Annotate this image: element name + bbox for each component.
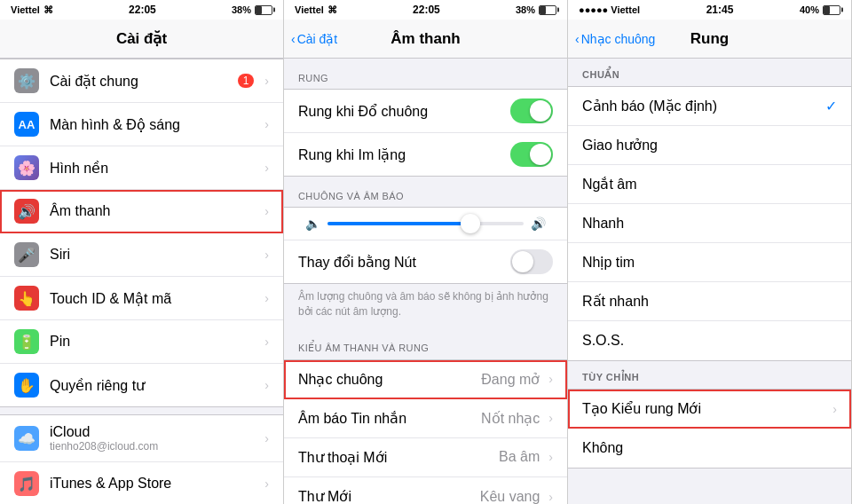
label-sos: S.O.S. xyxy=(582,333,837,349)
nav-bar-1: Cài đặt xyxy=(0,20,283,59)
volume-slider-row[interactable]: 🔈 🔊 xyxy=(284,208,567,240)
label-rung-do: Rung khi Đổ chuông xyxy=(298,103,510,120)
settings-group-rung: Rung khi Đổ chuông Rung khi Im lặng xyxy=(284,89,567,177)
wifi-icon-2: ⌘ xyxy=(327,4,337,16)
label-rung-im: Rung khi Im lặng xyxy=(298,146,510,163)
settings-item-canh-bao[interactable]: Cảnh báo (Mặc định) ✓ xyxy=(568,87,851,126)
nav-bar-3: ‹ Nhạc chuông Rung xyxy=(568,20,851,59)
settings-item-itunes[interactable]: 🎵 iTunes & App Store › xyxy=(0,462,283,504)
settings-item-rung-do[interactable]: Rung khi Đổ chuông xyxy=(284,90,567,133)
wifi-icon-1: ⌘ xyxy=(43,4,53,16)
nav-title-3: Rung xyxy=(690,30,729,48)
chevron-thu-moi: › xyxy=(548,490,553,504)
label-nhanh: Nhanh xyxy=(582,216,837,232)
battery-pct-2: 38% xyxy=(516,4,535,15)
label-cai-dat-chung: Cài đặt chung xyxy=(50,73,238,90)
settings-group-accounts: ☁️ iCloud tienho208@icloud.com › 🎵 iTune… xyxy=(0,414,283,504)
settings-item-siri[interactable]: 🎤 Siri › xyxy=(0,233,283,277)
nav-back-3[interactable]: ‹ Nhạc chuông xyxy=(575,32,655,46)
section-chuan-label: CHUẨN xyxy=(568,59,851,86)
nav-back-2[interactable]: ‹ Cài đặt xyxy=(291,32,337,46)
label-thu-thoai: Thư thoại Mới xyxy=(298,449,499,466)
settings-item-pin[interactable]: 🔋 Pin › xyxy=(0,320,283,364)
label-am-thanh: Âm thanh xyxy=(50,203,261,219)
settings-item-rat-nhanh[interactable]: Rất nhanh xyxy=(568,282,851,321)
settings-item-ngat-am[interactable]: Ngắt âm xyxy=(568,165,851,204)
label-nhip-tim: Nhịp tim xyxy=(582,254,837,271)
settings-group-main: ⚙️ Cài đặt chung 1 › AA Màn hình & Độ sá… xyxy=(0,59,283,407)
toggle-thay-doi[interactable] xyxy=(510,249,553,274)
settings-group-tuy-chinh: Tạo Kiểu rung Mới › Không xyxy=(568,389,851,469)
icon-siri: 🎤 xyxy=(14,242,39,267)
icon-quyen-rieng-tu: ✋ xyxy=(14,373,39,398)
status-right-3: 40% xyxy=(800,4,840,15)
settings-item-thu-thoai[interactable]: Thư thoại Mới Ba âm › xyxy=(284,438,567,477)
time-2: 22:05 xyxy=(413,4,440,16)
carrier-3: ●●●●● Viettel xyxy=(579,4,640,15)
settings-item-quyen-rieng-tu[interactable]: ✋ Quyền riêng tư › xyxy=(0,364,283,406)
label-thay-doi: Thay đổi bằng Nút xyxy=(298,254,510,271)
settings-item-am-thanh[interactable]: 🔊 Âm thanh › xyxy=(0,190,283,233)
settings-item-am-bao[interactable]: Âm báo Tin nhắn Nốt nhạc › xyxy=(284,399,567,438)
back-label-2: Cài đặt xyxy=(297,32,338,46)
settings-item-sos[interactable]: S.O.S. xyxy=(568,321,851,360)
icon-man-hinh: AA xyxy=(14,112,39,137)
settings-item-icloud[interactable]: ☁️ iCloud tienho208@icloud.com › xyxy=(0,415,283,462)
time-3: 21:45 xyxy=(706,4,734,16)
settings-item-man-hinh[interactable]: AA Màn hình & Độ sáng › xyxy=(0,103,283,146)
settings-group-chuan: Cảnh báo (Mặc định) ✓ Giao hưởng Ngắt âm… xyxy=(568,86,851,361)
volume-slider-track[interactable] xyxy=(327,222,524,225)
volume-high-icon: 🔊 xyxy=(531,217,546,231)
chevron-quyen-rieng-tu: › xyxy=(264,378,269,392)
section-rung-header: RUNG xyxy=(284,59,567,89)
settings-item-nhip-tim[interactable]: Nhịp tim xyxy=(568,243,851,282)
toggle-rung-do[interactable] xyxy=(510,98,553,123)
volume-low-icon: 🔈 xyxy=(305,217,320,231)
settings-list-2[interactable]: RUNG Rung khi Đổ chuông Rung khi Im lặng… xyxy=(284,59,567,504)
settings-item-giao-huong[interactable]: Giao hưởng xyxy=(568,126,851,165)
settings-item-khong[interactable]: Không xyxy=(568,429,851,468)
battery-icon-1 xyxy=(255,5,272,15)
settings-item-thu-moi[interactable]: Thư Mới Kêu vang › xyxy=(284,477,567,504)
settings-group-chuong: 🔈 🔊 Thay đổi bằng Nút xyxy=(284,207,567,284)
status-left-3: ●●●●● Viettel xyxy=(579,4,640,15)
settings-item-touch-id[interactable]: 👆 Touch ID & Mật mã › xyxy=(0,277,283,320)
chevron-touch-id: › xyxy=(264,291,269,305)
settings-list-3[interactable]: CHUẨN Cảnh báo (Mặc định) ✓ Giao hưởng N… xyxy=(568,59,851,504)
back-chevron-2: ‹ xyxy=(291,32,296,46)
settings-item-hinh-nen[interactable]: 🌸 Hình nền › xyxy=(0,146,283,190)
chevron-itunes: › xyxy=(264,476,269,491)
settings-item-tao-kieu-rung[interactable]: Tạo Kiểu rung Mới › xyxy=(568,390,851,429)
toggle-rung-im[interactable] xyxy=(510,142,553,167)
status-bar-2: Viettel ⌘ 22:05 38% xyxy=(284,0,567,20)
settings-item-rung-im[interactable]: Rung khi Im lặng xyxy=(284,133,567,176)
label-khong: Không xyxy=(582,440,837,456)
settings-item-nhanh[interactable]: Nhanh xyxy=(568,204,851,243)
settings-item-nhac-chuong[interactable]: Nhạc chuông Đang mở › xyxy=(284,360,567,399)
settings-item-thay-doi[interactable]: Thay đổi bằng Nút xyxy=(284,240,567,283)
label-pin: Pin xyxy=(50,334,261,350)
icon-am-thanh: 🔊 xyxy=(14,199,39,224)
label-touch-id: Touch ID & Mật mã xyxy=(50,290,261,307)
note-text: Âm lượng chuông và âm báo sẽ không bị ản… xyxy=(284,284,567,328)
label-hinh-nen: Hình nền xyxy=(50,160,261,177)
status-left-1: Viettel ⌘ xyxy=(11,4,53,16)
icloud-text-block: iCloud tienho208@icloud.com xyxy=(50,424,261,453)
settings-item-cai-dat-chung[interactable]: ⚙️ Cài đặt chung 1 › xyxy=(0,59,283,103)
label-ngat-am: Ngắt âm xyxy=(582,176,837,193)
label-am-bao: Âm báo Tin nhắn xyxy=(298,410,481,427)
label-itunes: iTunes & App Store xyxy=(50,476,261,492)
label-siri: Siri xyxy=(50,247,261,263)
settings-list-1[interactable]: ⚙️ Cài đặt chung 1 › AA Màn hình & Độ sá… xyxy=(0,59,283,504)
volume-slider-thumb[interactable] xyxy=(461,214,480,233)
chevron-man-hinh: › xyxy=(264,117,269,131)
back-chevron-3: ‹ xyxy=(575,32,580,46)
chevron-icloud: › xyxy=(264,431,269,445)
chevron-pin: › xyxy=(264,335,269,349)
settings-group-kieu: Nhạc chuông Đang mở › Âm báo Tin nhắn Nố… xyxy=(284,359,567,504)
battery-pct-1: 38% xyxy=(232,4,251,15)
icon-touch-id: 👆 xyxy=(14,286,39,311)
battery-icon-3 xyxy=(823,5,840,15)
carrier-2: Viettel xyxy=(295,4,324,15)
nav-title-1: Cài đặt xyxy=(116,29,167,48)
